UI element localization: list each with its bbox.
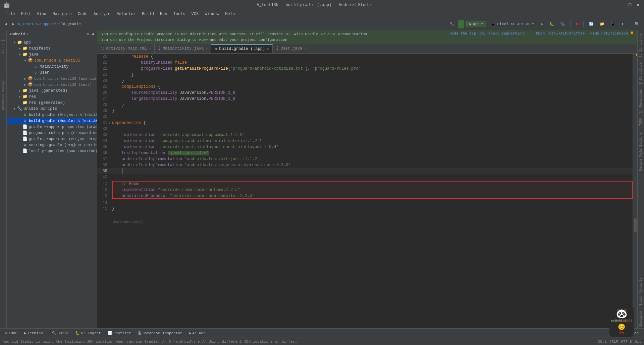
tab-close-user[interactable]: ✕ — [304, 47, 306, 51]
tree-item-build-gradle-module[interactable]: ⚙ build.gradle (Module: A_Test135. — [7, 118, 97, 124]
tree-item-local-properties[interactable]: 📄 local.properties (SDK Location) — [7, 148, 97, 154]
hide-notification-link[interactable]: Hide notification — [590, 31, 628, 36]
menu-run[interactable]: Run — [157, 11, 170, 17]
tree-item-pkg-test[interactable]: ▶ 📦 com.hnucm.a_test135 (test) — [7, 82, 97, 88]
tree-item-res[interactable]: ▶ 📁 res — [7, 94, 97, 100]
app-config-dropdown[interactable]: ▶ app ▾ — [466, 21, 486, 27]
tree-item-pkg[interactable]: ▼ 📦 com.hnucm.a_test135 — [7, 58, 97, 64]
tree-item-settings-gradle[interactable]: ⚙ settings.gradle (Project Settings) — [7, 142, 97, 148]
menu-navigate[interactable]: Navigate — [50, 11, 74, 17]
build-variants-panel-label[interactable]: Build Variants — [638, 275, 643, 307]
toolbar-sync[interactable]: ⚡ — [458, 20, 465, 28]
toolbar-run[interactable]: ▶ — [539, 20, 545, 28]
scroll-thumb[interactable] — [634, 218, 637, 232]
toolbar-stop[interactable]: ■ — [574, 20, 580, 28]
toolbar-sdk[interactable]: ⬇ — [619, 20, 626, 28]
tree-item-proguard[interactable]: 📄 proguard-rules.pro (ProGuard Rul — [7, 130, 97, 136]
project-hide-btn[interactable]: ◀ — [91, 32, 94, 36]
tree-item-java[interactable]: ▼ 📁 java — [7, 52, 97, 58]
menu-analyze[interactable]: Analyze — [91, 11, 113, 17]
project-panel: Android ▾ ⚙ ◀ ▼ 📁 app ▶ 📁 — [7, 30, 97, 328]
tab-activity-main-xml[interactable]: ⬡ activity_main.xml ✕ — [97, 44, 155, 53]
toolbar-make[interactable]: 🔨 — [447, 20, 456, 28]
menu-help[interactable]: Help — [222, 11, 237, 17]
bottom-build-btn[interactable]: 🔨 Build — [49, 330, 71, 337]
toolbar-right: 🔨 ⚡ ▶ app ▾ 📱 Pixel XL API 30 ▾ ▶ 🐛 📎 ■ … — [447, 20, 641, 28]
tree-item-app[interactable]: ▼ 📁 app — [7, 40, 97, 46]
menu-view[interactable]: View — [34, 11, 49, 17]
tree-item-pkg-android[interactable]: ▶ 📦 com.hnucm.a_test135 (android — [7, 76, 97, 82]
tree-item-gradle-wrapper[interactable]: 📄 gradle-wrapper.properties (Gradl — [7, 124, 97, 130]
menu-file[interactable]: File — [3, 11, 18, 17]
menu-code[interactable]: Code — [75, 11, 90, 17]
toolbar-avd[interactable]: 📱 — [608, 20, 617, 28]
todo-right-panel-label[interactable]: TODO — [638, 116, 643, 128]
tab-build-gradle-app[interactable]: ⚙ build.gradle (:app) ✕ — [211, 44, 273, 53]
tree-item-res-gen[interactable]: 📁 res (generated) — [7, 100, 97, 106]
minimap-dependencies-label: dependencies{} — [113, 220, 144, 224]
apply-suggestion-link[interactable]: Ok, apply suggestion! — [479, 31, 526, 36]
toolbar-attach[interactable]: 📎 — [558, 20, 567, 28]
tree-item-build-gradle-project[interactable]: ⚙ build.gradle (Project: A_Test135. — [7, 112, 97, 118]
java-tab-icon-user: J — [276, 46, 278, 51]
editor-scrollbar[interactable] — [633, 54, 637, 328]
project-tab-label[interactable]: 1: Project — [1, 31, 6, 56]
resource-manager-tab-label[interactable]: Resource Manager — [1, 76, 6, 112]
device-file-panel-label[interactable]: Device File Explorer — [638, 129, 643, 173]
title-bar: 🤖 A_Test135 - build.gradle (:app) - Andr… — [0, 0, 644, 10]
favorites-panel-label[interactable]: 2: Favorites — [638, 87, 643, 115]
tab-mainactivity-java[interactable]: J MainActivity.java ✕ — [155, 44, 211, 53]
menu-refactor[interactable]: Refactor — [114, 11, 139, 17]
code-line-20: 20 release { — [97, 54, 633, 60]
toolbar-forward[interactable]: ▶ — [10, 20, 17, 28]
bottom-terminal-btn[interactable]: ▶ Terminal — [21, 330, 48, 337]
notification-line2: You can use the Project Structure dialog… — [101, 37, 443, 43]
minimize-button[interactable]: ─ — [619, 2, 625, 8]
mascot-face: 😊 — [618, 323, 625, 331]
tree-item-user[interactable]: ☕ User — [7, 70, 97, 76]
maximize-button[interactable]: □ — [627, 2, 633, 8]
toolbar-gradle-sync[interactable]: 🔄 — [587, 20, 596, 28]
tab-close-build-gradle[interactable]: ✕ — [267, 47, 269, 51]
tree-item-gradle-properties[interactable]: 📄 gradle.properties (Project Prope — [7, 136, 97, 142]
structure-panel-label[interactable]: 2: Structure — [638, 31, 643, 60]
toolbar-debug[interactable]: 🐛 — [547, 20, 556, 28]
terminal-label: Terminal — [28, 331, 45, 335]
tree-item-java-gen[interactable]: ▶ 📁 java (generated) — [7, 88, 97, 94]
toolbar-back[interactable]: ◀ — [3, 20, 9, 28]
project-settings-btn[interactable]: ⚙ — [86, 32, 90, 36]
open-project-structure-link[interactable]: Open (Ctrl+Alt+Shift+S) — [536, 31, 587, 36]
toolbar-search[interactable]: 🔍 — [633, 20, 641, 28]
bottom-profiler-btn[interactable]: 📊 Profiler — [105, 330, 134, 337]
tree-item-mainactivity[interactable]: ☕ MainActivity — [7, 64, 97, 70]
tree-item-manifests[interactable]: ▶ 📁 manifests — [7, 46, 97, 52]
bc-project[interactable]: A_Test135 — [18, 22, 38, 26]
bottom-todo-btn[interactable]: ☑ TODO — [3, 330, 20, 337]
bc-app[interactable]: app — [43, 22, 49, 26]
code-line-45: 45 } — [97, 206, 633, 212]
tree-item-gradle-scripts[interactable]: ▼ 🔧 Gradle Scripts — [7, 106, 97, 112]
menu-window[interactable]: Window — [202, 11, 222, 17]
menu-vcs[interactable]: VCS — [189, 11, 202, 17]
menu-tools[interactable]: Tools — [171, 11, 188, 17]
hide-tip-link[interactable]: Hide the tip — [449, 31, 476, 36]
toolbar-project-structure[interactable]: 📁 — [598, 20, 606, 28]
close-button[interactable]: ✕ — [635, 2, 641, 8]
z-structure-panel-label[interactable]: Z-Structure — [638, 60, 643, 86]
toolbar-breadcrumb: A_Test135 > app > build.gradle — [18, 22, 81, 26]
bottom-logcat-btn[interactable]: 🐛 6: Logcat — [72, 330, 103, 337]
code-editor[interactable]: 20 release { 21 minifyEnabled false 22 — [97, 54, 633, 328]
tab-close-mainactivity[interactable]: ✕ — [206, 47, 208, 51]
properties-icon-proguard: 📄 — [22, 130, 28, 136]
code-line-39: 39 — [97, 168, 633, 174]
tab-user-java[interactable]: J User.java ✕ — [273, 44, 310, 53]
tab-close-activity-main[interactable]: ✕ — [149, 47, 151, 51]
bottom-db-inspector-btn[interactable]: 🗄 Database Inspector — [135, 330, 185, 337]
menu-build[interactable]: Build — [139, 11, 157, 17]
code-line-34: 34 implementation 'com.google.android.ma… — [97, 138, 633, 144]
device-dropdown[interactable]: 📱 Pixel XL API 30 ▾ — [488, 21, 537, 27]
bottom-run-btn[interactable]: ▶ 4: Run — [186, 330, 208, 337]
menu-edit[interactable]: Edit — [18, 11, 34, 17]
java-icon-mainactivity: ☕ — [33, 64, 38, 69]
emulator-panel-label[interactable]: Emulator — [638, 308, 643, 328]
